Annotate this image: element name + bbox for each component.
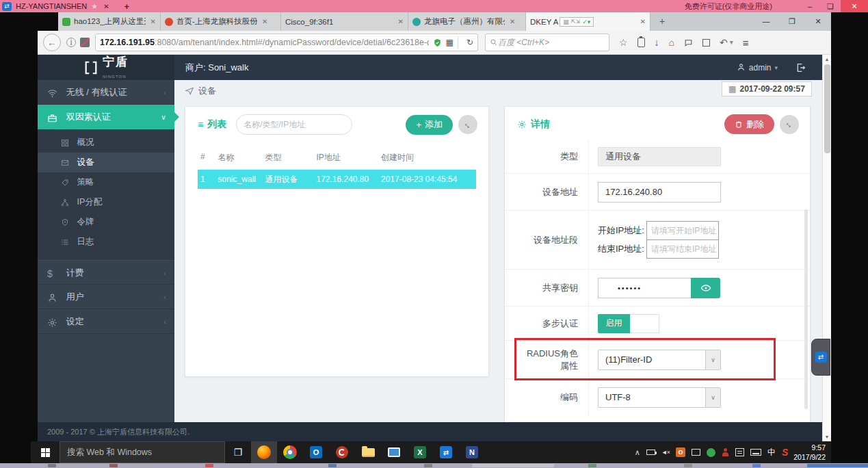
datetime-widget[interactable]: ▦ 2017-09-22 09:57	[722, 81, 812, 96]
encoding-select[interactable]: UTF-8 ∨	[598, 387, 721, 408]
browser-tab-hao123[interactable]: hao123_上网从这里开始 ✕	[58, 12, 161, 31]
sidebar-item-policy[interactable]: 策略	[38, 172, 174, 192]
taskbar-teamviewer[interactable]: ⇄	[433, 441, 459, 463]
tab-close-icon[interactable]: ✕	[640, 18, 646, 25]
network-icon[interactable]	[692, 449, 700, 456]
sogou-ime-icon[interactable]: S	[782, 447, 788, 458]
sidebar-item-wireless-auth[interactable]: 无线 / 有线认证 ‹	[38, 80, 174, 105]
expand-list-button[interactable]: ↔	[458, 115, 477, 134]
scroll-down-icon[interactable]: ▼	[823, 432, 831, 441]
panel-scrollbar-thumb[interactable]	[804, 209, 808, 409]
library-icon[interactable]	[637, 38, 645, 47]
browser-minimize-button[interactable]: —	[753, 12, 779, 31]
tray-expand-icon[interactable]: ∧	[635, 449, 640, 456]
task-view-button[interactable]: ❐	[225, 441, 251, 463]
taskbar-search-input[interactable]	[60, 442, 224, 463]
admin-menu[interactable]: admin ▾	[737, 63, 778, 73]
teamviewer-maximize-button[interactable]: ❏	[820, 2, 841, 11]
sidebar-item-two-factor-auth[interactable]: 双因素认证 ∨	[38, 105, 174, 129]
qr-code-icon[interactable]: ▦	[446, 38, 453, 47]
security-shield-icon[interactable]	[433, 38, 442, 47]
device-search-input[interactable]	[244, 120, 350, 129]
scrollbar-thumb[interactable]	[824, 64, 830, 153]
browser-restore-button[interactable]: ❐	[779, 12, 805, 31]
menu-icon[interactable]: ≡	[743, 37, 749, 49]
taskbar-excel[interactable]: X	[407, 441, 433, 463]
show-secret-button[interactable]	[691, 278, 720, 298]
teamviewer-new-tab-button[interactable]: +	[124, 1, 130, 12]
bookmark-star-icon[interactable]: ☆	[619, 38, 628, 47]
teamviewer-side-tab[interactable]: ⇄	[811, 339, 830, 376]
scroll-up-icon[interactable]: ▲	[823, 55, 831, 64]
app-logo[interactable]: 宁盾 NINGTON	[38, 55, 174, 80]
teamviewer-tab-close-icon[interactable]: ✕	[103, 3, 109, 10]
taskbar-explorer[interactable]	[355, 441, 381, 463]
tab-close-icon[interactable]: ✕	[262, 18, 267, 25]
browser-tab-dkey-active[interactable]: DKEY A ▦ ⇱⇲ ✓▾ ✕	[526, 12, 650, 31]
tab-close-icon[interactable]: ✕	[398, 18, 404, 25]
shared-secret-input[interactable]	[598, 278, 692, 298]
screenshot-crop-icon[interactable]	[702, 39, 710, 47]
downloads-icon[interactable]: ↓	[655, 38, 659, 47]
browser-tab-longcheer-home[interactable]: 首页-上海龙旗科技股份有限 ✕	[161, 12, 281, 31]
sidebar-item-ip-allocation[interactable]: IP分配	[38, 192, 174, 212]
logout-button[interactable]	[795, 62, 806, 74]
taskbar-mail-app[interactable]	[329, 441, 355, 463]
device-address-input[interactable]	[598, 182, 721, 203]
start-ip-input[interactable]	[646, 221, 719, 240]
url-field[interactable]: 172.16.191.95 :8080/am/tenant/index.html…	[95, 34, 478, 51]
contact-app-icon[interactable]	[722, 448, 729, 457]
battery-icon[interactable]	[646, 450, 655, 455]
device-search-box[interactable]	[236, 114, 352, 135]
sidebar-item-settings[interactable]: 设定 ‹	[38, 309, 174, 334]
multi-step-toggle[interactable]: 启用	[598, 314, 659, 333]
sidebar-item-overview[interactable]: 概况	[38, 133, 174, 153]
web-search-input[interactable]	[498, 38, 594, 47]
taskbar-clock[interactable]: 9:57 2017/9/22	[793, 443, 826, 462]
plugin-blocked-icon[interactable]	[80, 38, 90, 47]
taskbar-chrome[interactable]	[277, 441, 303, 463]
sidebar-item-log[interactable]: 日志	[38, 232, 174, 252]
sidebar-item-billing[interactable]: $ 计费 ‹	[38, 260, 174, 285]
chat-icon[interactable]	[684, 38, 693, 48]
new-tab-button[interactable]: +	[650, 12, 674, 31]
confirm-dropdown-icon[interactable]: ✓▾	[582, 18, 590, 25]
notes-tray-icon[interactable]	[735, 448, 744, 456]
undo-dropdown-icon[interactable]: ▾	[730, 39, 733, 46]
browser-tab-cisco[interactable]: Cisco_9f:36f1 ✕	[281, 12, 408, 31]
ime-indicator[interactable]: 中	[767, 447, 776, 458]
page-info-icon[interactable]: i	[66, 38, 76, 47]
table-row-selected[interactable]: 1 sonic_wall 通用设备 172.16.240.80 2017-08-…	[198, 170, 476, 189]
toggle-on-label[interactable]: 启用	[598, 314, 630, 333]
undo-icon[interactable]: ↶	[720, 38, 728, 47]
volume-muted-icon[interactable]: ◄×	[661, 450, 670, 456]
sidebar-item-user[interactable]: 用户 ‹	[38, 285, 174, 309]
add-device-button[interactable]: + 添加	[406, 115, 453, 135]
browser-tab-longcheer-hz[interactable]: 龙旗电子（惠州）有限公司 ✕	[408, 12, 526, 31]
web-search-box[interactable]	[485, 34, 609, 51]
tab-close-icon[interactable]: ✕	[150, 18, 156, 25]
home-icon[interactable]: ⌂	[669, 38, 674, 47]
radius-attribute-select[interactable]: (11)Filter-ID ∨	[598, 350, 721, 370]
antivirus-icon[interactable]	[707, 448, 715, 457]
taskbar-notes-app[interactable]: N	[459, 441, 485, 463]
taskbar-search-box[interactable]	[60, 441, 225, 463]
delete-device-button[interactable]: 删除	[724, 114, 774, 134]
start-button[interactable]	[31, 441, 60, 463]
browser-close-button[interactable]: ✕	[805, 12, 831, 31]
expand-detail-button[interactable]: ↔	[780, 115, 799, 134]
toggle-off-segment[interactable]	[630, 314, 659, 333]
back-button[interactable]: ←	[43, 34, 61, 51]
teamviewer-minimize-button[interactable]: –	[800, 2, 820, 10]
favorite-star-icon[interactable]: ★	[91, 2, 98, 11]
reload-icon[interactable]: ↻	[466, 38, 473, 47]
sidebar-item-device[interactable]: 设备	[38, 153, 174, 172]
outlook-tray-icon[interactable]: O	[676, 447, 685, 457]
browser-scrollbar[interactable]: ▲ ▼	[822, 55, 831, 441]
taskbar-outlook[interactable]: O	[303, 441, 329, 463]
screenshot-overlay-widget[interactable]: ▦ ⇱⇲ ✓▾	[560, 17, 594, 27]
end-ip-input[interactable]	[646, 239, 719, 259]
keyboard-icon[interactable]	[750, 449, 761, 456]
sidebar-item-token[interactable]: 令牌	[38, 212, 174, 232]
taskbar-firefox[interactable]	[251, 441, 277, 463]
